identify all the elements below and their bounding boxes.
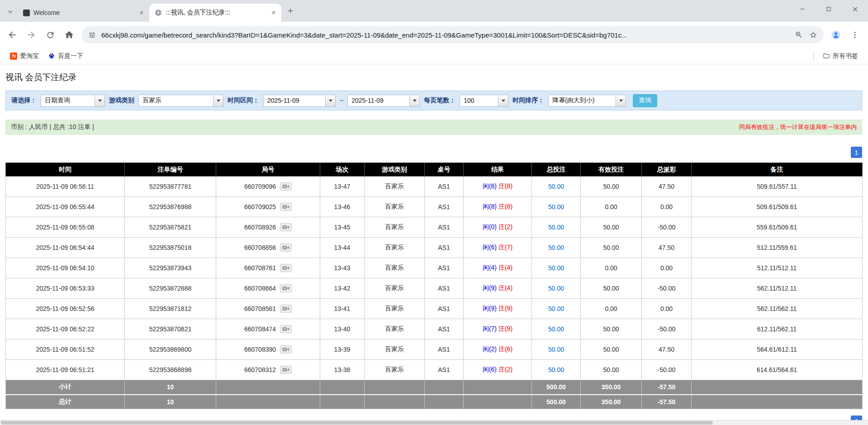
address-bar[interactable]: 66cxkj98.com/game/betrecord_search/kind3… — [81, 26, 824, 43]
forward-button[interactable] — [22, 25, 41, 44]
chevron-down-icon[interactable] — [616, 95, 626, 106]
game-type-select[interactable]: 百家乐 — [138, 95, 223, 107]
cell-bet-id: 522953868898 — [125, 360, 216, 380]
zoom-icon[interactable] — [794, 30, 804, 40]
cell-time: 2025-11-09 06:55:44 — [6, 197, 125, 217]
cell-session: 13-39 — [320, 339, 365, 360]
banker-result: 庄(4) — [498, 264, 512, 271]
cell-result: 闲(9) 庄(9) — [464, 299, 532, 319]
video-replay-icon[interactable] — [280, 203, 292, 211]
tab-search-chevron-icon[interactable] — [5, 6, 16, 18]
banker-result: 庄(4) — [498, 284, 512, 291]
total-bet-link[interactable]: 50.00 — [548, 346, 564, 353]
profile-avatar[interactable] — [826, 25, 845, 44]
total-bet-link[interactable]: 50.00 — [548, 183, 564, 190]
sort-select[interactable]: 降幂(由大到小) — [548, 95, 626, 107]
cell-total-bet: 50.00 — [532, 258, 581, 278]
total-bet-link[interactable]: 50.00 — [548, 285, 564, 292]
bookmark-taobao[interactable]: 淘 爱淘宝 — [6, 51, 43, 62]
bookmark-label: 爱淘宝 — [20, 52, 39, 60]
scrollbar-thumb[interactable] — [1, 421, 713, 425]
chevron-down-icon[interactable] — [95, 95, 104, 106]
video-replay-icon[interactable] — [280, 244, 292, 252]
cell-bet-id: 522953871812 — [125, 299, 216, 319]
cell-bet-id: 522953875018 — [125, 238, 216, 258]
video-replay-icon[interactable] — [280, 325, 292, 333]
maximize-button[interactable] — [816, 0, 842, 18]
minimize-button[interactable] — [789, 0, 816, 18]
video-replay-icon[interactable] — [280, 305, 292, 313]
cell-result: 闲(6) 庄(2) — [464, 360, 532, 380]
all-bookmarks-button[interactable]: 所有书签 — [819, 51, 862, 62]
page-1-button[interactable]: 1 — [851, 147, 862, 158]
total-bet-link[interactable]: 50.00 — [548, 264, 564, 272]
tab-betrecord[interactable]: :::视讯, 会员下注纪录::: — [149, 4, 281, 22]
cell-note: 512.11/559.61 — [692, 238, 863, 258]
total-bet-link[interactable]: 50.00 — [548, 305, 564, 312]
page-size-select[interactable]: 100 — [460, 95, 508, 107]
bookmark-star-icon[interactable] — [808, 30, 818, 40]
table-header-row: 时间 注单编号 局号 场次 游戏类别 桌号 结果 总投注 有效投注 总派彩 备注 — [6, 163, 863, 177]
query-type-select[interactable]: 日期查询 — [41, 95, 105, 107]
video-replay-icon[interactable] — [280, 366, 292, 374]
empty-cell — [692, 380, 863, 395]
date-start-input[interactable]: 2025-11-09 — [263, 95, 336, 107]
tab-close-icon[interactable] — [138, 9, 146, 17]
total-bet-link[interactable]: 50.00 — [548, 203, 564, 210]
new-tab-button[interactable] — [284, 5, 297, 17]
url-text[interactable]: 66cxkj98.com/game/betrecord_search/kind3… — [101, 31, 789, 39]
banker-result: 庄(8) — [498, 203, 512, 210]
search-button[interactable]: 查询 — [633, 94, 657, 107]
total-bet-link[interactable]: 50.00 — [548, 224, 564, 231]
total-bet-link[interactable]: 50.00 — [548, 366, 564, 373]
chevron-down-icon[interactable] — [498, 95, 508, 106]
bookmark-baidu[interactable]: 百度一下 — [44, 51, 87, 62]
cell-time: 2025-11-09 06:54:10 — [6, 258, 125, 278]
bet-records-table: 时间 注单编号 局号 场次 游戏类别 桌号 结果 总投注 有效投注 总派彩 备注… — [5, 162, 863, 409]
cell-payout: 47.50 — [642, 339, 692, 360]
date-end-input[interactable]: 2025-11-09 — [347, 95, 420, 107]
video-replay-icon[interactable] — [280, 345, 292, 353]
chevron-down-icon[interactable] — [213, 95, 223, 106]
table-row: 2025-11-09 06:54:10 522953873943 6607087… — [6, 258, 863, 278]
home-button[interactable] — [60, 25, 79, 44]
header-note: 备注 — [692, 163, 863, 177]
cell-total-bet: 50.00 — [532, 278, 581, 299]
cell-round: 660708761 — [216, 258, 320, 278]
header-valid-bet: 有效投注 — [581, 163, 642, 177]
subtotal-row: 小计 10 500.00 350.00 -57.50 — [6, 380, 863, 395]
cell-note: 509.61/509.61 — [692, 197, 863, 217]
cell-payout: 0.00 — [642, 258, 692, 278]
cell-payout: -50.00 — [642, 217, 692, 238]
video-replay-icon[interactable] — [280, 284, 292, 292]
chevron-down-icon[interactable] — [409, 95, 419, 106]
back-button[interactable] — [3, 25, 22, 44]
total-bet-link[interactable]: 50.00 — [548, 325, 564, 333]
video-replay-icon[interactable] — [280, 264, 292, 272]
empty-cell — [216, 395, 320, 409]
total-bet-link[interactable]: 50.00 — [548, 244, 564, 251]
total-payout: -57.50 — [642, 395, 692, 409]
close-window-button[interactable] — [842, 0, 868, 18]
cell-session: 13-40 — [320, 319, 365, 339]
header-result: 结果 — [464, 163, 532, 177]
chevron-down-icon[interactable] — [325, 95, 335, 106]
video-replay-icon[interactable] — [280, 223, 292, 231]
site-controls-icon[interactable] — [87, 30, 97, 40]
total-label: 总计 — [6, 395, 125, 409]
cell-session: 13-43 — [320, 258, 365, 278]
total-count: 10 — [125, 395, 216, 409]
bet-table-body: 2025-11-09 06:56:11 522953877781 6607090… — [6, 177, 863, 380]
globe-favicon-icon — [155, 9, 162, 16]
horizontal-scrollbar[interactable] — [0, 420, 868, 425]
cell-payout: -50.00 — [642, 319, 692, 339]
cell-game: 百家乐 — [365, 339, 425, 360]
refresh-button[interactable] — [41, 25, 60, 44]
video-replay-icon[interactable] — [280, 182, 292, 191]
tab-title: :::视讯, 会员下注纪录::: — [166, 9, 266, 17]
tab-welcome[interactable]: Welcome — [17, 4, 149, 22]
cell-round: 660708474 — [216, 319, 320, 339]
cell-result: 闲(8) 庄(8) — [464, 197, 532, 217]
browser-menu-kebab-icon[interactable] — [845, 25, 864, 44]
tab-close-icon[interactable] — [270, 9, 278, 17]
